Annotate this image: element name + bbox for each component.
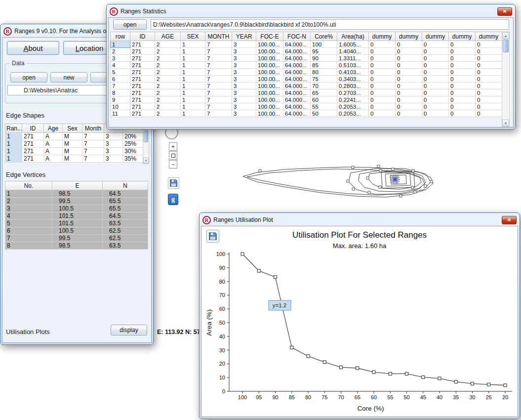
column-header[interactable]: row (111, 32, 130, 41)
table-cell[interactable]: 3 (111, 55, 130, 62)
table-cell[interactable]: 0.4103... (337, 69, 369, 76)
table-cell[interactable]: 1 (111, 41, 130, 48)
table-cell[interactable]: 98.5 (52, 190, 103, 198)
table-cell[interactable]: 65.5 (103, 205, 148, 212)
table-cell[interactable]: 271 (130, 41, 155, 48)
table-row[interactable]: 799.562.5 (5, 235, 148, 242)
table-row[interactable]: 102712173100.00...64.000...550.2053...00… (111, 103, 502, 110)
table-cell[interactable]: 3 (232, 96, 256, 103)
column-header[interactable]: dummy (369, 32, 396, 41)
table-cell[interactable]: 101.5 (52, 220, 103, 227)
table-cell[interactable]: 0 (449, 48, 476, 55)
table-cell[interactable]: 271 (130, 76, 155, 83)
table-cell[interactable]: 0 (396, 69, 422, 76)
table-cell[interactable]: 271 (130, 69, 155, 76)
table-cell[interactable]: 100.00... (256, 110, 283, 117)
table-cell[interactable]: 1 (181, 62, 205, 69)
table-cell[interactable]: 1.6005... (337, 41, 369, 48)
table-row[interactable]: 1271AM7330% (5, 148, 143, 155)
table-cell[interactable]: 0 (369, 62, 396, 69)
table-cell[interactable]: 1 (181, 69, 205, 76)
table-cell[interactable]: 2 (155, 48, 181, 55)
table-cell[interactable]: 1 (5, 140, 22, 148)
zoom-out-button[interactable]: − (169, 160, 177, 168)
table-cell[interactable]: 0 (476, 55, 502, 62)
table-cell[interactable]: 64.000... (283, 41, 311, 48)
table-cell[interactable]: M (63, 155, 82, 163)
column-header[interactable]: No. (5, 181, 52, 190)
table-row[interactable]: 12712173100.00...64.000...1001.6005...00… (111, 41, 502, 48)
table-cell[interactable]: 271 (22, 148, 44, 155)
table-cell[interactable]: 0 (449, 55, 476, 62)
table-row[interactable]: 5101.563.5 (5, 220, 148, 227)
table-cell[interactable]: 2 (155, 62, 181, 69)
table-cell[interactable]: 0.3403... (337, 76, 369, 83)
table-cell[interactable]: 0 (396, 110, 422, 117)
column-header[interactable]: Age (44, 124, 63, 133)
column-header[interactable]: Ran... (5, 124, 22, 133)
table-cell[interactable]: 2 (155, 89, 181, 96)
table-cell[interactable]: 271 (130, 48, 155, 55)
column-header[interactable]: ID (22, 124, 44, 133)
table-cell[interactable]: 0 (369, 89, 396, 96)
table-cell[interactable]: 2 (155, 55, 181, 62)
table-row[interactable]: 3100.565.5 (5, 205, 148, 212)
table-row[interactable]: 42712173100.00...64.000...850.5103...000… (111, 62, 502, 69)
close-button[interactable]: × (497, 7, 512, 16)
table-cell[interactable]: 3 (232, 103, 256, 110)
table-row[interactable]: 52712173100.00...64.000...800.4103...000… (111, 69, 502, 76)
table-cell[interactable]: 64.000... (283, 110, 311, 117)
table-cell[interactable]: 1 (181, 96, 205, 103)
column-header[interactable]: ID (130, 32, 155, 41)
column-header[interactable]: Sex (63, 124, 82, 133)
stats-table-scrollbar[interactable]: ▲ ▼ (502, 32, 510, 127)
table-cell[interactable]: M (63, 140, 82, 148)
table-cell[interactable]: 0 (476, 89, 502, 96)
table-cell[interactable]: 63.5 (103, 220, 148, 227)
table-row[interactable]: 92712173100.00...64.000...600.2241...000… (111, 96, 502, 103)
table-cell[interactable]: 2 (155, 103, 181, 110)
table-cell[interactable]: 7 (205, 69, 232, 76)
column-header[interactable]: SEX (181, 32, 205, 41)
table-cell[interactable]: 0 (369, 96, 396, 103)
table-cell[interactable]: 0 (449, 110, 476, 117)
table-cell[interactable]: 55 (311, 103, 337, 110)
table-cell[interactable]: 7 (82, 155, 104, 163)
table-row[interactable]: 82712173100.00...64.000...650.2703...000… (111, 89, 502, 96)
table-cell[interactable]: 0 (369, 41, 396, 48)
table-cell[interactable]: 5 (111, 69, 130, 76)
table-cell[interactable]: 3 (104, 148, 123, 155)
column-header[interactable]: FOC-E (256, 32, 283, 41)
table-cell[interactable]: 1 (5, 148, 22, 155)
zoom-in-button[interactable]: + (169, 142, 177, 151)
table-cell[interactable]: 1.3311... (337, 55, 369, 62)
column-header[interactable]: N (103, 181, 148, 190)
column-header[interactable]: MONTH (205, 32, 232, 41)
table-cell[interactable]: 1 (181, 41, 205, 48)
table-cell[interactable]: 3 (232, 48, 256, 55)
table-row[interactable]: 22712173100.00...64.000...951.4040...000… (111, 48, 502, 55)
table-cell[interactable]: 271 (130, 110, 155, 117)
table-cell[interactable]: 7 (82, 140, 104, 148)
table-cell[interactable]: 2 (5, 198, 52, 205)
table-cell[interactable]: 0.2053... (337, 110, 369, 117)
table-cell[interactable]: 0 (449, 41, 476, 48)
table-cell[interactable]: 0 (422, 83, 449, 89)
table-cell[interactable]: 35% (123, 155, 143, 163)
table-cell[interactable]: 3 (232, 62, 256, 69)
table-cell[interactable]: 4 (111, 62, 130, 69)
table-cell[interactable]: 64.000... (283, 103, 311, 110)
table-cell[interactable]: 64.000... (283, 69, 311, 76)
table-cell[interactable]: 2 (155, 69, 181, 76)
data-new-button[interactable]: new (50, 72, 87, 83)
table-cell[interactable]: 2 (155, 76, 181, 83)
table-cell[interactable]: M (63, 133, 82, 140)
table-cell[interactable]: 0 (422, 110, 449, 117)
table-row[interactable]: 32712173100.00...64.000...901.3311...000… (111, 55, 502, 62)
table-cell[interactable]: 2 (155, 96, 181, 103)
table-cell[interactable]: 25% (123, 140, 143, 148)
table-cell[interactable]: 0 (422, 103, 449, 110)
table-cell[interactable]: A (44, 155, 63, 163)
table-cell[interactable]: 60 (311, 96, 337, 103)
table-cell[interactable]: 100.5 (52, 205, 103, 212)
